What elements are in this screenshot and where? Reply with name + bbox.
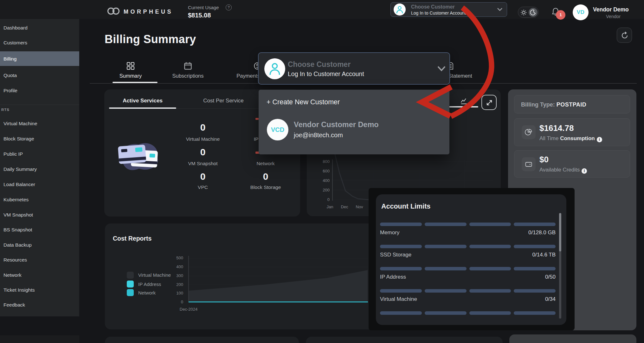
bottom-card-right [306,337,503,343]
sidebar-item-feedback[interactable]: Feedback [3,301,76,309]
ip-progress-bar [380,267,556,270]
pie-chart-icon [525,128,532,136]
morpheus-logo-icon [106,7,121,16]
sun-icon [521,10,527,16]
limit-ip-label: IP Address [380,273,406,281]
chevron-down-icon [436,65,447,73]
extra-progress-bar [380,311,556,315]
sidebar-item-profile[interactable]: Profile [3,87,76,94]
theme-toggle[interactable] [518,7,539,18]
consumption-box: $1614.78 All Time Consumptioni [514,118,630,146]
credits-box: $0 Available Creditsi [514,150,630,178]
person-icon [269,62,280,76]
user-avatar[interactable]: VD [573,4,589,20]
chevron-down-icon [497,7,503,12]
current-usage-label: Current Usage [188,4,219,11]
customer-menu-item[interactable]: VCD Vendor Customer Demo joe@in8tech.com [259,114,449,149]
topbar: MORPHEUS Current Usage ? $815.08 Choose … [0,0,644,19]
usage-help-icon[interactable]: ? [226,4,232,10]
create-new-customer-item[interactable]: + Create New Customer [267,97,340,107]
vm-progress-bar [380,289,556,293]
cost-xtick: Dec-2024 [173,307,204,312]
billing-type-box: Billing Type: POSTPAID [514,95,630,113]
stat-network-label: Network [234,160,297,167]
customer-initials-avatar: VCD [267,119,288,140]
stat-block-storage-value: 0 [234,171,297,182]
stat-block-storage-label: Block Storage [234,184,297,191]
stat-vpc-value: 0 [171,171,235,182]
sidebar-item-ticket-insights[interactable]: Ticket Insights [3,286,76,294]
limit-memory-value: 0/128.0 GB [528,229,556,236]
refresh-button[interactable] [617,28,632,43]
notification-badge: 1 [556,10,565,20]
limit-vm-value: 0/34 [545,295,556,303]
customer-avatar-icon [264,58,285,79]
limit-ip-value: 0/50 [545,273,556,281]
sidebar-item-daily-summary[interactable]: Daily Summary [3,165,76,173]
subscriptions-tab-icon [184,62,192,70]
sidebar-footer-space [0,335,79,343]
available-credits-label: Available Creditsi [539,166,587,173]
sidebar-divider [0,105,79,105]
tab-active-services[interactable]: Active Services [109,97,176,105]
card-active-tab-underline [109,107,176,109]
bottom-card-billing-panel [509,334,636,343]
info-icon[interactable]: i [597,137,602,142]
customer-dropdown-menu: + Create New Customer VCD Vendor Custome… [259,90,449,154]
sidebar-item-kubernetes[interactable]: Kubernetes [3,196,76,204]
refresh-icon [621,31,629,40]
limit-ssd-label: SSD Storage [380,251,411,259]
choose-customer-header-button[interactable]: Choose Customer Log In to Customer Accou… [390,2,507,17]
wallet-icon [525,160,532,168]
sidebar-item-load-balancer[interactable]: Load Balancer [3,181,76,188]
limit-ssd-value: 0/14.6 TB [532,251,556,259]
dropdown-title: Choose Customer [288,60,351,69]
tab-summary[interactable]: Summary [108,72,153,80]
all-time-consumption-amount: $1614.78 [539,122,574,134]
user-role: Vendor [593,14,634,19]
customer-email: joe@in8tech.com [294,131,343,139]
page-title: Billing Summary [105,32,196,47]
tab-cost-per-service[interactable]: Cost Per Service [189,97,258,105]
sidebar-item-block-storage[interactable]: Block Storage [3,135,76,143]
sidebar-item-resources[interactable]: Resources [3,256,76,264]
account-limits-panel: Account Limits Memory 0/128.0 GB SSD Sto… [376,194,566,325]
all-time-consumption-label: All Time Consumptioni [539,135,602,142]
wallet-icon-box [522,157,536,171]
limit-memory-label: Memory [380,229,399,236]
current-usage-value: $815.08 [188,11,211,19]
sidebar-item-data-backup[interactable]: Data Backup [3,241,76,249]
info-icon[interactable]: i [582,168,587,174]
limit-vm-label: Virtual Machine [380,295,417,303]
summary-tab-icon [126,62,135,70]
billing-type-label: Billing Type: [521,101,555,108]
sidebar-section-label: RTS [1,107,10,112]
sidebar-item-customers[interactable]: Customers [3,39,76,47]
morpheus-billing-app: MORPHEUS Current Usage ? $815.08 Choose … [0,0,644,343]
choose-customer-title: Choose Customer [411,4,455,10]
stat-vm-snapshot-label: VM Snapshot [171,160,235,167]
credit-cards-illustration [112,134,166,174]
cost-chart-y-axis [188,256,189,302]
sidebar-item-public-ip[interactable]: Public IP [3,150,76,158]
account-limits-title: Account Limits [381,202,430,211]
choose-customer-dropdown-button[interactable]: Choose Customer Log In to Customer Accou… [258,52,450,85]
sidebar-item-network[interactable]: Network [3,271,76,279]
pie-chart-icon-box [522,125,536,139]
sidebar-item-bs-snapshot[interactable]: BS Snapshot [3,226,76,234]
sidebar-item-dashboard[interactable]: Dashboard [3,24,76,32]
sidebar-item-vm-snapshot[interactable]: VM Snapshot [3,211,76,219]
customer-avatar-icon [394,3,406,16]
sidebar: Dashboard Customers Billing Quota Profil… [0,19,79,316]
stat-vm-snapshot-value: 0 [171,146,235,158]
tab-subscriptions[interactable]: Subscriptions [163,72,213,80]
person-icon [396,6,403,14]
sidebar-item-quota[interactable]: Quota [3,72,76,79]
sidebar-item-virtual-machine[interactable]: Virtual Machine [3,120,76,127]
billing-type-value: POSTPAID [557,101,587,108]
sidebar-item-billing[interactable]: Billing [3,55,76,63]
stat-virtual-machine-value: 0 [171,122,235,133]
dropdown-subtitle: Log In to Customer Account [288,70,364,78]
customer-name: Vendor Customer Demo [294,120,379,129]
scrollbar-thumb[interactable] [559,213,561,251]
